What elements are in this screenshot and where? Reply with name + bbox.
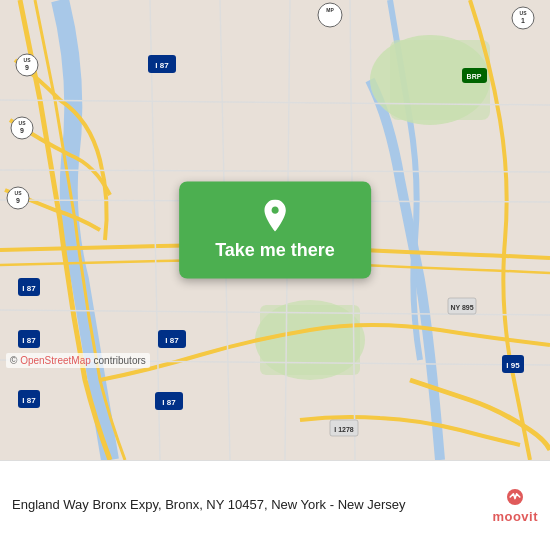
svg-text:9: 9 (20, 127, 24, 134)
svg-text:US: US (19, 120, 27, 126)
osm-suffix: contributors (91, 355, 146, 366)
svg-text:I 87: I 87 (165, 336, 179, 345)
osm-link[interactable]: OpenStreetMap (20, 355, 91, 366)
svg-text:US: US (15, 190, 23, 196)
svg-text:BRP: BRP (467, 73, 482, 80)
moovit-logo-icon (499, 487, 531, 507)
svg-text:9: 9 (25, 64, 29, 71)
moovit-logo: moovit (492, 487, 538, 524)
svg-text:I 87: I 87 (155, 61, 169, 70)
moovit-logo-text: moovit (492, 509, 538, 524)
svg-text:MP: MP (326, 7, 334, 13)
svg-text:I 95: I 95 (506, 361, 520, 370)
svg-text:US: US (520, 10, 528, 16)
svg-text:I 87: I 87 (22, 336, 36, 345)
svg-text:I 87: I 87 (162, 398, 176, 407)
address-text: England Way Bronx Expy, Bronx, NY 10457,… (12, 496, 482, 514)
svg-rect-4 (260, 305, 360, 375)
map-container: I 87 I 87 I 87 US 9 US 9 US 9 US 1 BRP I… (0, 0, 550, 460)
take-me-there-button[interactable]: Take me there (179, 182, 371, 279)
svg-text:US: US (24, 57, 32, 63)
take-me-there-label: Take me there (215, 240, 335, 261)
svg-text:I 1278: I 1278 (334, 426, 354, 433)
osm-prefix: © (10, 355, 20, 366)
svg-text:I 87: I 87 (22, 284, 36, 293)
svg-text:NY 895: NY 895 (450, 304, 473, 311)
bottom-bar: England Way Bronx Expy, Bronx, NY 10457,… (0, 460, 550, 550)
location-pin-icon (259, 200, 291, 232)
osm-attribution: © OpenStreetMap contributors (6, 353, 150, 368)
svg-text:1: 1 (521, 17, 525, 24)
svg-text:I 87: I 87 (22, 396, 36, 405)
svg-text:9: 9 (16, 197, 20, 204)
